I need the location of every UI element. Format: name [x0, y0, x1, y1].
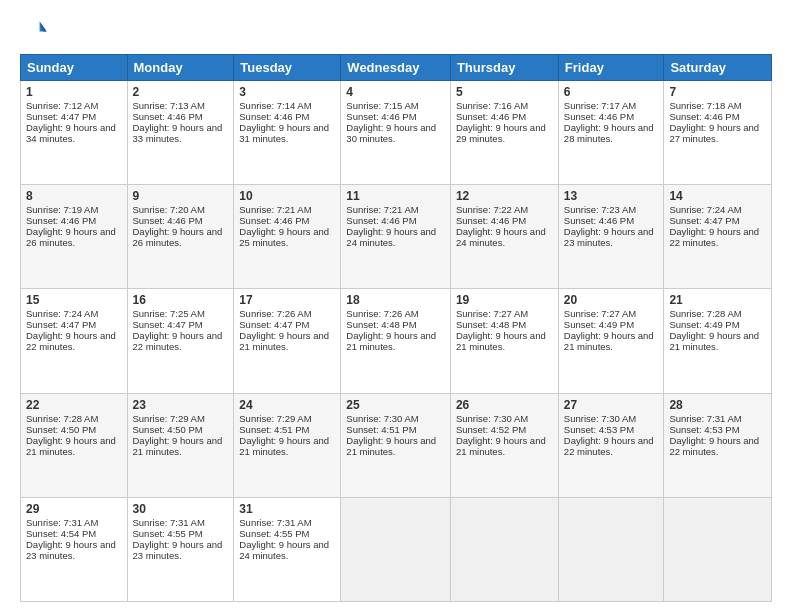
day-number: 16: [133, 293, 229, 307]
sunrise-text: Sunrise: 7:21 AM: [239, 204, 311, 215]
day-number: 20: [564, 293, 659, 307]
sunset-text: Sunset: 4:46 PM: [564, 111, 634, 122]
day-number: 18: [346, 293, 445, 307]
col-header-saturday: Saturday: [664, 55, 772, 81]
page: SundayMondayTuesdayWednesdayThursdayFrid…: [0, 0, 792, 612]
day-number: 30: [133, 502, 229, 516]
daylight-text: Daylight: 9 hours and 21 minutes.: [346, 435, 436, 457]
calendar-cell: [450, 497, 558, 601]
day-number: 17: [239, 293, 335, 307]
sunrise-text: Sunrise: 7:12 AM: [26, 100, 98, 111]
week-row-2: 8Sunrise: 7:19 AMSunset: 4:46 PMDaylight…: [21, 185, 772, 289]
daylight-text: Daylight: 9 hours and 26 minutes.: [26, 226, 116, 248]
calendar-cell: 28Sunrise: 7:31 AMSunset: 4:53 PMDayligh…: [664, 393, 772, 497]
sunrise-text: Sunrise: 7:17 AM: [564, 100, 636, 111]
col-header-tuesday: Tuesday: [234, 55, 341, 81]
daylight-text: Daylight: 9 hours and 22 minutes.: [133, 330, 223, 352]
sunset-text: Sunset: 4:46 PM: [456, 215, 526, 226]
daylight-text: Daylight: 9 hours and 26 minutes.: [133, 226, 223, 248]
daylight-text: Daylight: 9 hours and 21 minutes.: [669, 330, 759, 352]
sunrise-text: Sunrise: 7:15 AM: [346, 100, 418, 111]
sunrise-text: Sunrise: 7:24 AM: [26, 308, 98, 319]
daylight-text: Daylight: 9 hours and 24 minutes.: [346, 226, 436, 248]
day-number: 27: [564, 398, 659, 412]
sunrise-text: Sunrise: 7:19 AM: [26, 204, 98, 215]
sunrise-text: Sunrise: 7:13 AM: [133, 100, 205, 111]
calendar-cell: 3Sunrise: 7:14 AMSunset: 4:46 PMDaylight…: [234, 81, 341, 185]
sunset-text: Sunset: 4:46 PM: [346, 215, 416, 226]
logo-icon: [20, 16, 48, 44]
calendar-cell: 9Sunrise: 7:20 AMSunset: 4:46 PMDaylight…: [127, 185, 234, 289]
calendar-cell: 30Sunrise: 7:31 AMSunset: 4:55 PMDayligh…: [127, 497, 234, 601]
calendar-cell: 17Sunrise: 7:26 AMSunset: 4:47 PMDayligh…: [234, 289, 341, 393]
sunrise-text: Sunrise: 7:24 AM: [669, 204, 741, 215]
calendar-cell: 31Sunrise: 7:31 AMSunset: 4:55 PMDayligh…: [234, 497, 341, 601]
sunset-text: Sunset: 4:51 PM: [346, 424, 416, 435]
daylight-text: Daylight: 9 hours and 34 minutes.: [26, 122, 116, 144]
calendar-cell: 14Sunrise: 7:24 AMSunset: 4:47 PMDayligh…: [664, 185, 772, 289]
calendar-cell: 26Sunrise: 7:30 AMSunset: 4:52 PMDayligh…: [450, 393, 558, 497]
day-number: 10: [239, 189, 335, 203]
sunset-text: Sunset: 4:46 PM: [133, 215, 203, 226]
sunrise-text: Sunrise: 7:29 AM: [239, 413, 311, 424]
day-number: 9: [133, 189, 229, 203]
sunrise-text: Sunrise: 7:27 AM: [564, 308, 636, 319]
daylight-text: Daylight: 9 hours and 22 minutes.: [564, 435, 654, 457]
daylight-text: Daylight: 9 hours and 24 minutes.: [456, 226, 546, 248]
sunrise-text: Sunrise: 7:31 AM: [669, 413, 741, 424]
calendar-table: SundayMondayTuesdayWednesdayThursdayFrid…: [20, 54, 772, 602]
sunset-text: Sunset: 4:52 PM: [456, 424, 526, 435]
sunrise-text: Sunrise: 7:29 AM: [133, 413, 205, 424]
calendar-cell: 10Sunrise: 7:21 AMSunset: 4:46 PMDayligh…: [234, 185, 341, 289]
daylight-text: Daylight: 9 hours and 21 minutes.: [239, 435, 329, 457]
week-row-1: 1Sunrise: 7:12 AMSunset: 4:47 PMDaylight…: [21, 81, 772, 185]
day-number: 3: [239, 85, 335, 99]
calendar-cell: 22Sunrise: 7:28 AMSunset: 4:50 PMDayligh…: [21, 393, 128, 497]
calendar-cell: [341, 497, 451, 601]
sunrise-text: Sunrise: 7:26 AM: [346, 308, 418, 319]
day-number: 25: [346, 398, 445, 412]
day-number: 8: [26, 189, 122, 203]
sunset-text: Sunset: 4:46 PM: [239, 111, 309, 122]
calendar-cell: 15Sunrise: 7:24 AMSunset: 4:47 PMDayligh…: [21, 289, 128, 393]
day-number: 26: [456, 398, 553, 412]
sunrise-text: Sunrise: 7:30 AM: [456, 413, 528, 424]
calendar-cell: [558, 497, 664, 601]
day-number: 11: [346, 189, 445, 203]
calendar-cell: 6Sunrise: 7:17 AMSunset: 4:46 PMDaylight…: [558, 81, 664, 185]
sunrise-text: Sunrise: 7:28 AM: [669, 308, 741, 319]
calendar-cell: 20Sunrise: 7:27 AMSunset: 4:49 PMDayligh…: [558, 289, 664, 393]
daylight-text: Daylight: 9 hours and 25 minutes.: [239, 226, 329, 248]
calendar-cell: 29Sunrise: 7:31 AMSunset: 4:54 PMDayligh…: [21, 497, 128, 601]
sunset-text: Sunset: 4:47 PM: [669, 215, 739, 226]
sunrise-text: Sunrise: 7:26 AM: [239, 308, 311, 319]
calendar-cell: 25Sunrise: 7:30 AMSunset: 4:51 PMDayligh…: [341, 393, 451, 497]
calendar-cell: 4Sunrise: 7:15 AMSunset: 4:46 PMDaylight…: [341, 81, 451, 185]
calendar-cell: 11Sunrise: 7:21 AMSunset: 4:46 PMDayligh…: [341, 185, 451, 289]
daylight-text: Daylight: 9 hours and 22 minutes.: [669, 435, 759, 457]
col-header-thursday: Thursday: [450, 55, 558, 81]
daylight-text: Daylight: 9 hours and 21 minutes.: [456, 330, 546, 352]
calendar-cell: 19Sunrise: 7:27 AMSunset: 4:48 PMDayligh…: [450, 289, 558, 393]
day-number: 1: [26, 85, 122, 99]
calendar-cell: 13Sunrise: 7:23 AMSunset: 4:46 PMDayligh…: [558, 185, 664, 289]
sunset-text: Sunset: 4:47 PM: [133, 319, 203, 330]
sunset-text: Sunset: 4:48 PM: [456, 319, 526, 330]
sunset-text: Sunset: 4:46 PM: [564, 215, 634, 226]
daylight-text: Daylight: 9 hours and 31 minutes.: [239, 122, 329, 144]
day-number: 2: [133, 85, 229, 99]
calendar-cell: 7Sunrise: 7:18 AMSunset: 4:46 PMDaylight…: [664, 81, 772, 185]
calendar-cell: 5Sunrise: 7:16 AMSunset: 4:46 PMDaylight…: [450, 81, 558, 185]
daylight-text: Daylight: 9 hours and 21 minutes.: [456, 435, 546, 457]
sunset-text: Sunset: 4:53 PM: [669, 424, 739, 435]
daylight-text: Daylight: 9 hours and 24 minutes.: [239, 539, 329, 561]
sunrise-text: Sunrise: 7:25 AM: [133, 308, 205, 319]
col-header-wednesday: Wednesday: [341, 55, 451, 81]
sunset-text: Sunset: 4:46 PM: [669, 111, 739, 122]
calendar-cell: 23Sunrise: 7:29 AMSunset: 4:50 PMDayligh…: [127, 393, 234, 497]
day-number: 19: [456, 293, 553, 307]
calendar-cell: 2Sunrise: 7:13 AMSunset: 4:46 PMDaylight…: [127, 81, 234, 185]
week-row-5: 29Sunrise: 7:31 AMSunset: 4:54 PMDayligh…: [21, 497, 772, 601]
sunrise-text: Sunrise: 7:31 AM: [133, 517, 205, 528]
sunrise-text: Sunrise: 7:31 AM: [239, 517, 311, 528]
